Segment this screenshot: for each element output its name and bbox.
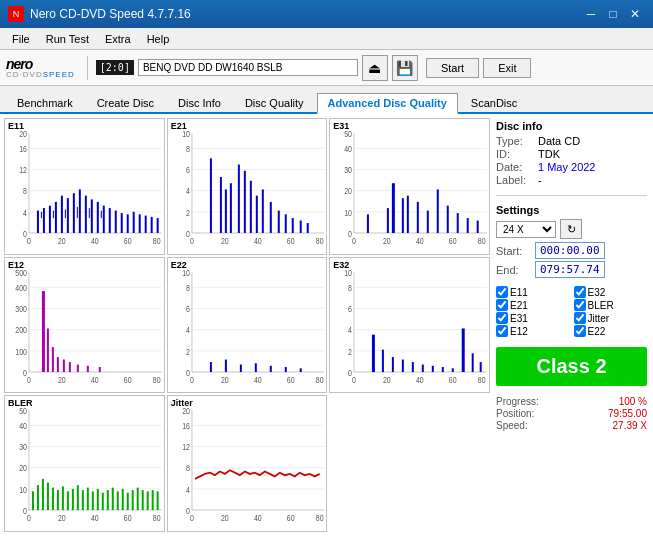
menu-bar: File Run Test Extra Help xyxy=(0,28,653,50)
eject-button[interactable]: ⏏ xyxy=(362,55,388,81)
svg-text:80: 80 xyxy=(478,236,486,246)
menu-file[interactable]: File xyxy=(4,31,38,47)
right-panel: Disc info Type: Data CD ID: TDK Date: 1 … xyxy=(494,118,649,532)
svg-rect-37 xyxy=(157,218,159,233)
menu-help[interactable]: Help xyxy=(139,31,178,47)
checkbox-e22: E22 xyxy=(574,325,648,337)
progress-row: Progress: 100 % xyxy=(496,396,647,407)
drive-dropdown[interactable]: BENQ DVD DD DW1640 BSLB xyxy=(138,59,358,76)
speed-dropdown[interactable]: 24 X xyxy=(496,221,556,238)
menu-extra[interactable]: Extra xyxy=(97,31,139,47)
exit-button[interactable]: Exit xyxy=(483,58,531,78)
checkbox-bler-input[interactable] xyxy=(574,299,586,311)
tab-advanced-disc-quality[interactable]: Advanced Disc Quality xyxy=(317,93,458,114)
svg-text:0: 0 xyxy=(190,375,194,385)
svg-rect-93 xyxy=(367,214,369,233)
nero-logo: nero CD·DVDSPEED xyxy=(6,57,75,79)
svg-rect-224 xyxy=(147,492,149,511)
disc-info-id: ID: TDK xyxy=(496,148,647,160)
nero-logo-subtitle: CD·DVDSPEED xyxy=(6,71,75,79)
save-button[interactable]: 💾 xyxy=(392,55,418,81)
svg-rect-66 xyxy=(243,171,245,233)
svg-rect-65 xyxy=(238,165,240,233)
svg-rect-217 xyxy=(112,488,114,510)
checkbox-e12-input[interactable] xyxy=(496,325,508,337)
svg-rect-127 xyxy=(69,362,71,372)
chart-e12-label: E12 xyxy=(8,260,24,270)
svg-text:2: 2 xyxy=(186,347,190,357)
svg-text:20: 20 xyxy=(221,375,229,385)
checkbox-e11-label: E11 xyxy=(510,287,528,298)
tab-benchmark[interactable]: Benchmark xyxy=(6,93,84,112)
checkbox-jitter-label: Jitter xyxy=(588,313,610,324)
start-time-row: Start: 000:00.00 xyxy=(496,242,647,259)
svg-text:20: 20 xyxy=(383,236,391,246)
svg-rect-69 xyxy=(261,189,263,233)
menu-run-test[interactable]: Run Test xyxy=(38,31,97,47)
svg-rect-43 xyxy=(101,211,102,218)
disc-info-title: Disc info xyxy=(496,120,647,132)
svg-text:20: 20 xyxy=(58,375,66,385)
svg-rect-67 xyxy=(249,181,251,233)
svg-text:40: 40 xyxy=(416,375,424,385)
checkbox-e11-input[interactable] xyxy=(496,286,508,298)
svg-text:60: 60 xyxy=(124,514,132,524)
chart-e22-label: E22 xyxy=(171,260,187,270)
svg-rect-36 xyxy=(151,217,153,233)
svg-text:4: 4 xyxy=(186,325,190,335)
svg-rect-180 xyxy=(452,368,454,372)
chart-e32-label: E32 xyxy=(333,260,349,270)
svg-rect-75 xyxy=(306,223,308,233)
tab-disc-info[interactable]: Disc Info xyxy=(167,93,232,112)
svg-rect-205 xyxy=(52,488,54,510)
svg-rect-149 xyxy=(225,359,227,371)
chart-e21: E21 0 2 4 6 8 10 0 20 40 60 80 xyxy=(167,118,328,255)
svg-text:4: 4 xyxy=(23,208,27,218)
svg-text:40: 40 xyxy=(91,375,99,385)
tab-disc-quality[interactable]: Disc Quality xyxy=(234,93,315,112)
chart-bler: BLER 0 10 20 30 40 50 0 20 40 60 80 xyxy=(4,395,165,532)
svg-rect-153 xyxy=(284,367,286,372)
svg-rect-22 xyxy=(67,198,69,233)
start-button[interactable]: Start xyxy=(426,58,479,78)
svg-rect-41 xyxy=(77,207,78,218)
svg-text:0: 0 xyxy=(27,375,31,385)
tab-create-disc[interactable]: Create Disc xyxy=(86,93,165,112)
minimize-button[interactable]: ─ xyxy=(581,5,601,23)
svg-rect-124 xyxy=(52,347,54,372)
charts-area: E11 0 4 8 12 16 20 0 20 40 xyxy=(4,118,490,532)
svg-text:0: 0 xyxy=(190,514,194,524)
svg-text:60: 60 xyxy=(287,375,295,385)
tab-scan-disc[interactable]: ScanDisc xyxy=(460,93,528,112)
refresh-button[interactable]: ↻ xyxy=(560,219,582,239)
disc-info-date: Date: 1 May 2022 xyxy=(496,161,647,173)
svg-text:40: 40 xyxy=(254,236,262,246)
svg-rect-148 xyxy=(210,362,212,372)
svg-text:4: 4 xyxy=(348,325,352,335)
svg-rect-182 xyxy=(472,353,474,372)
maximize-button[interactable]: □ xyxy=(603,5,623,23)
checkbox-e22-input[interactable] xyxy=(574,325,586,337)
checkbox-e32-input[interactable] xyxy=(574,286,586,298)
checkboxes-section: E11 E32 E21 BLER E31 Jitter xyxy=(496,286,647,337)
svg-text:20: 20 xyxy=(383,375,391,385)
svg-rect-18 xyxy=(43,208,45,233)
chart-e11-svg: 0 4 8 12 16 20 0 20 40 60 80 xyxy=(7,121,162,252)
svg-text:0: 0 xyxy=(352,236,356,246)
svg-text:20: 20 xyxy=(221,236,229,246)
app-title: Nero CD-DVD Speed 4.7.7.16 xyxy=(30,7,191,21)
svg-rect-17 xyxy=(37,211,39,233)
checkbox-e21-input[interactable] xyxy=(496,299,508,311)
svg-text:80: 80 xyxy=(478,375,486,385)
svg-rect-154 xyxy=(299,368,301,372)
checkbox-jitter-input[interactable] xyxy=(574,312,586,324)
svg-rect-28 xyxy=(103,206,105,233)
svg-rect-201 xyxy=(32,492,34,511)
close-button[interactable]: ✕ xyxy=(625,5,645,23)
svg-rect-101 xyxy=(467,218,469,233)
position-val: 79:55.00 xyxy=(608,408,647,419)
checkbox-e31-input[interactable] xyxy=(496,312,508,324)
divider-1 xyxy=(496,195,647,196)
svg-rect-173 xyxy=(382,349,384,371)
svg-text:20: 20 xyxy=(221,514,229,524)
